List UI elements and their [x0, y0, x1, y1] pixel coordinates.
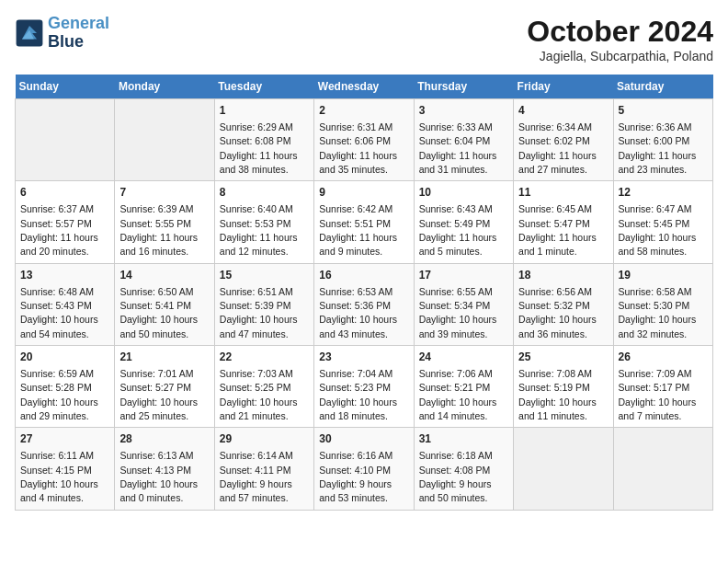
sunrise-text: Sunrise: 6:37 AM: [20, 203, 94, 214]
day-number: 5: [619, 103, 708, 119]
table-row: 11 Sunrise: 6:45 AM Sunset: 5:47 PM Dayl…: [514, 181, 613, 263]
table-row: 25 Sunrise: 7:08 AM Sunset: 5:19 PM Dayl…: [514, 346, 613, 428]
day-number: 2: [319, 103, 408, 119]
table-row: 7 Sunrise: 6:39 AM Sunset: 5:55 PM Dayli…: [115, 181, 214, 263]
table-row: 6 Sunrise: 6:37 AM Sunset: 5:57 PM Dayli…: [16, 181, 115, 263]
table-row: 28 Sunrise: 6:13 AM Sunset: 4:13 PM Dayl…: [115, 428, 214, 510]
sunrise-text: Sunrise: 7:08 AM: [518, 368, 592, 379]
sunrise-text: Sunrise: 6:11 AM: [20, 450, 94, 461]
day-number: 23: [319, 350, 408, 365]
col-saturday: Saturday: [613, 75, 712, 99]
sunrise-text: Sunrise: 6:45 AM: [518, 203, 592, 214]
sunset-text: Sunset: 5:34 PM: [419, 300, 491, 311]
daylight-text: Daylight: 11 hours and 20 minutes.: [20, 232, 98, 257]
daylight-text: Daylight: 10 hours and 32 minutes.: [619, 314, 697, 339]
logo: General Blue: [15, 15, 109, 52]
sunrise-text: Sunrise: 6:18 AM: [419, 450, 493, 461]
sunset-text: Sunset: 4:08 PM: [419, 465, 491, 476]
sunrise-text: Sunrise: 6:33 AM: [419, 121, 493, 132]
sunrise-text: Sunrise: 6:39 AM: [119, 203, 193, 214]
daylight-text: Daylight: 11 hours and 35 minutes.: [319, 150, 397, 175]
sunrise-text: Sunrise: 7:04 AM: [319, 368, 392, 379]
day-number: 7: [119, 185, 209, 201]
sunrise-text: Sunrise: 6:48 AM: [20, 286, 94, 297]
sunset-text: Sunset: 5:45 PM: [619, 218, 690, 229]
sunset-text: Sunset: 6:00 PM: [619, 135, 690, 146]
daylight-text: Daylight: 10 hours and 29 minutes.: [20, 396, 98, 421]
day-number: 8: [220, 185, 309, 201]
day-number: 19: [619, 268, 708, 283]
daylight-text: Daylight: 11 hours and 27 minutes.: [518, 150, 597, 175]
day-number: 24: [419, 350, 508, 365]
day-number: 15: [220, 268, 309, 283]
day-number: 6: [20, 185, 109, 201]
daylight-text: Daylight: 10 hours and 39 minutes.: [419, 314, 497, 339]
calendar-week-row: 6 Sunrise: 6:37 AM Sunset: 5:57 PM Dayli…: [16, 181, 713, 263]
sunrise-text: Sunrise: 7:01 AM: [119, 368, 193, 379]
sunrise-text: Sunrise: 6:36 AM: [619, 121, 692, 132]
table-row: 13 Sunrise: 6:48 AM Sunset: 5:43 PM Dayl…: [16, 263, 115, 345]
col-tuesday: Tuesday: [214, 75, 313, 99]
sunrise-text: Sunrise: 6:42 AM: [319, 203, 392, 214]
day-number: 20: [20, 350, 109, 365]
table-row: 1 Sunrise: 6:29 AM Sunset: 6:08 PM Dayli…: [214, 99, 313, 181]
table-row: [16, 99, 115, 181]
day-number: 31: [419, 431, 508, 447]
calendar-week-row: 27 Sunrise: 6:11 AM Sunset: 4:15 PM Dayl…: [16, 428, 713, 510]
sunset-text: Sunset: 5:27 PM: [119, 382, 191, 393]
day-number: 9: [319, 185, 408, 201]
table-row: 16 Sunrise: 6:53 AM Sunset: 5:36 PM Dayl…: [314, 263, 414, 345]
daylight-text: Daylight: 10 hours and 43 minutes.: [319, 314, 397, 339]
day-number: 26: [619, 350, 708, 365]
table-row: 3 Sunrise: 6:33 AM Sunset: 6:04 PM Dayli…: [414, 99, 513, 181]
table-row: 27 Sunrise: 6:11 AM Sunset: 4:15 PM Dayl…: [16, 428, 115, 510]
table-row: 12 Sunrise: 6:47 AM Sunset: 5:45 PM Dayl…: [613, 181, 712, 263]
calendar-week-row: 13 Sunrise: 6:48 AM Sunset: 5:43 PM Dayl…: [16, 263, 713, 345]
location-subtitle: Jagiella, Subcarpathia, Poland: [527, 49, 713, 63]
daylight-text: Daylight: 11 hours and 9 minutes.: [319, 232, 397, 257]
day-number: 28: [119, 431, 209, 447]
day-number: 27: [20, 431, 109, 447]
daylight-text: Daylight: 11 hours and 23 minutes.: [619, 150, 697, 175]
table-row: 30 Sunrise: 6:16 AM Sunset: 4:10 PM Dayl…: [314, 428, 414, 510]
table-row: [613, 428, 712, 510]
sunrise-text: Sunrise: 6:53 AM: [319, 286, 392, 297]
sunset-text: Sunset: 6:08 PM: [220, 135, 291, 146]
sunset-text: Sunset: 5:49 PM: [419, 218, 491, 229]
sunrise-text: Sunrise: 6:51 AM: [220, 286, 293, 297]
daylight-text: Daylight: 10 hours and 0 minutes.: [119, 478, 198, 503]
sunset-text: Sunset: 5:47 PM: [518, 218, 590, 229]
sunset-text: Sunset: 5:32 PM: [518, 300, 590, 311]
sunrise-text: Sunrise: 6:31 AM: [319, 121, 392, 132]
day-number: 14: [119, 268, 209, 283]
day-number: 22: [220, 350, 309, 365]
table-row: 17 Sunrise: 6:55 AM Sunset: 5:34 PM Dayl…: [414, 263, 513, 345]
sunrise-text: Sunrise: 6:16 AM: [319, 450, 392, 461]
daylight-text: Daylight: 10 hours and 25 minutes.: [119, 396, 198, 421]
daylight-text: Daylight: 11 hours and 12 minutes.: [220, 232, 298, 257]
daylight-text: Daylight: 9 hours and 53 minutes.: [319, 478, 392, 503]
sunrise-text: Sunrise: 7:03 AM: [220, 368, 293, 379]
sunrise-text: Sunrise: 6:14 AM: [220, 450, 293, 461]
daylight-text: Daylight: 11 hours and 31 minutes.: [419, 150, 497, 175]
logo-icon: [15, 18, 44, 48]
col-friday: Friday: [514, 75, 613, 99]
sunset-text: Sunset: 5:51 PM: [319, 218, 391, 229]
sunrise-text: Sunrise: 6:29 AM: [220, 121, 293, 132]
daylight-text: Daylight: 10 hours and 11 minutes.: [518, 396, 597, 421]
sunset-text: Sunset: 4:10 PM: [319, 465, 391, 476]
table-row: 18 Sunrise: 6:56 AM Sunset: 5:32 PM Dayl…: [514, 263, 613, 345]
table-row: 20 Sunrise: 6:59 AM Sunset: 5:28 PM Dayl…: [16, 346, 115, 428]
table-row: 2 Sunrise: 6:31 AM Sunset: 6:06 PM Dayli…: [314, 99, 414, 181]
day-number: 16: [319, 268, 408, 283]
daylight-text: Daylight: 10 hours and 14 minutes.: [419, 396, 497, 421]
daylight-text: Daylight: 10 hours and 50 minutes.: [119, 314, 198, 339]
table-row: 8 Sunrise: 6:40 AM Sunset: 5:53 PM Dayli…: [214, 181, 313, 263]
table-row: 23 Sunrise: 7:04 AM Sunset: 5:23 PM Dayl…: [314, 346, 414, 428]
page-header: General Blue October 2024 Jagiella, Subc…: [15, 15, 713, 63]
sunrise-text: Sunrise: 6:58 AM: [619, 286, 692, 297]
sunset-text: Sunset: 5:41 PM: [119, 300, 191, 311]
sunset-text: Sunset: 6:04 PM: [419, 135, 491, 146]
sunset-text: Sunset: 4:15 PM: [20, 465, 92, 476]
sunset-text: Sunset: 5:17 PM: [619, 382, 690, 393]
